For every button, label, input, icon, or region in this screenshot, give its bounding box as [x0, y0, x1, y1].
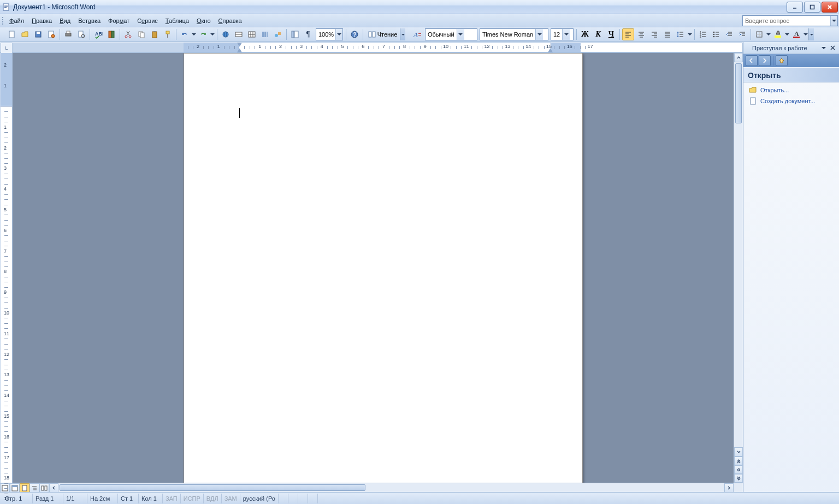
line-spacing-dropdown[interactable] [687, 28, 693, 40]
undo-dropdown[interactable] [191, 28, 197, 40]
web-view-button[interactable] [10, 483, 20, 493]
prev-page-button[interactable] [734, 456, 743, 465]
borders-dropdown[interactable] [766, 28, 771, 40]
show-formatting-button[interactable]: ¶ [302, 28, 314, 40]
menu-help[interactable]: Справка [215, 16, 246, 25]
borders-button[interactable] [753, 28, 765, 40]
close-button[interactable] [822, 2, 838, 13]
menu-table[interactable]: Таблица [162, 16, 193, 25]
align-justify-button[interactable] [661, 28, 673, 40]
redo-dropdown[interactable] [210, 28, 215, 40]
document-map-button[interactable] [289, 28, 301, 40]
spellcheck-button[interactable]: AБВ [92, 28, 104, 40]
highlight-dropdown[interactable] [784, 28, 790, 40]
outline-view-button[interactable] [29, 483, 39, 493]
redo-button[interactable] [197, 28, 209, 40]
zoom-combo[interactable]: 100% [316, 28, 343, 40]
help-search-input[interactable] [743, 17, 830, 24]
first-line-indent-marker[interactable] [237, 43, 242, 47]
status-zap[interactable]: ЗАП [163, 494, 181, 503]
menu-file[interactable]: Файл [5, 16, 28, 25]
task-pane-menu-icon[interactable] [819, 44, 828, 52]
undo-button[interactable] [179, 28, 191, 40]
help-dropdown-icon[interactable] [830, 16, 837, 26]
status-ispr[interactable]: ИСПР [181, 494, 204, 503]
h-scroll-thumb[interactable] [60, 484, 365, 491]
tab-selector[interactable]: L [1, 43, 13, 54]
dropdown-icon[interactable] [535, 29, 543, 40]
scroll-left-button[interactable] [49, 483, 58, 493]
dropdown-icon[interactable] [457, 29, 464, 40]
insert-table-button[interactable] [246, 28, 258, 40]
menu-tools[interactable]: Сервис [133, 16, 162, 25]
read-button[interactable]: Чтение [365, 28, 399, 40]
save-button[interactable] [32, 28, 44, 40]
hyperlink-button[interactable] [220, 28, 232, 40]
increase-indent-button[interactable] [736, 28, 748, 40]
font-color-button[interactable]: A [790, 28, 802, 40]
copy-button[interactable] [135, 28, 147, 40]
open-file-link[interactable]: Открыть... [743, 85, 839, 96]
style-combo[interactable]: Обычный [425, 28, 477, 40]
menu-view[interactable]: Вид [56, 16, 74, 25]
font-combo[interactable]: Times New Roman [480, 28, 548, 40]
page[interactable] [184, 53, 583, 483]
scroll-right-button[interactable] [724, 483, 734, 493]
align-left-button[interactable] [622, 28, 634, 40]
status-vdl[interactable]: ВДЛ [204, 494, 222, 503]
toolbar-overflow[interactable] [400, 28, 405, 40]
scroll-down-button[interactable] [734, 447, 743, 456]
scroll-thumb[interactable] [735, 63, 742, 123]
italic-button[interactable]: К [592, 28, 604, 40]
format-painter-button[interactable] [162, 28, 174, 40]
paste-button[interactable] [149, 28, 161, 40]
h-scroll-track[interactable] [58, 483, 724, 492]
underline-button[interactable]: Ч [605, 28, 617, 40]
menu-insert[interactable]: Вставка [74, 16, 104, 25]
toolbar-overflow[interactable] [808, 28, 814, 40]
numbering-button[interactable]: 123 [697, 28, 709, 40]
highlight-button[interactable] [772, 28, 784, 40]
bold-button[interactable]: Ж [579, 28, 591, 40]
dropdown-icon[interactable] [335, 29, 342, 40]
task-pane-close-icon[interactable] [829, 44, 837, 52]
columns-button[interactable] [259, 28, 271, 40]
styles-button[interactable]: A [411, 28, 423, 40]
new-button[interactable] [6, 28, 18, 40]
line-spacing-button[interactable] [675, 28, 687, 40]
maximize-button[interactable] [804, 2, 820, 13]
size-combo[interactable]: 12 [551, 28, 574, 40]
vertical-scrollbar[interactable] [734, 53, 743, 483]
print-preview-button[interactable] [75, 28, 87, 40]
align-right-button[interactable] [648, 28, 660, 40]
vertical-ruler[interactable]: 121234567891011121314151617181920 [1, 53, 13, 483]
menu-format[interactable]: Формат [104, 16, 133, 25]
document-area[interactable] [13, 53, 734, 483]
print-button[interactable] [62, 28, 74, 40]
scroll-up-button[interactable] [734, 53, 743, 62]
open-button[interactable] [19, 28, 31, 40]
cut-button[interactable] [122, 28, 134, 40]
right-indent-marker[interactable] [548, 48, 553, 52]
print-layout-view-button[interactable] [20, 483, 29, 493]
next-page-button[interactable] [734, 474, 743, 483]
browse-object-button[interactable] [734, 465, 743, 474]
menu-edit[interactable]: Правка [28, 16, 56, 25]
drawing-button[interactable] [272, 28, 284, 40]
tables-borders-button[interactable] [233, 28, 245, 40]
research-button[interactable] [105, 28, 117, 40]
nav-forward-button[interactable] [759, 55, 771, 66]
decrease-indent-button[interactable] [723, 28, 735, 40]
reading-view-button[interactable] [39, 483, 49, 493]
help-button[interactable]: ? [348, 28, 361, 40]
menu-window[interactable]: Окно [193, 16, 215, 25]
align-center-button[interactable] [635, 28, 647, 40]
nav-home-button[interactable] [776, 55, 788, 66]
permissions-button[interactable] [45, 28, 57, 40]
hanging-indent-marker[interactable] [237, 48, 242, 52]
minimize-button[interactable] [787, 2, 803, 13]
new-document-link[interactable]: Создать документ... [743, 96, 839, 106]
status-language[interactable]: русский (Ро [240, 494, 279, 503]
help-search[interactable] [742, 15, 838, 26]
bullets-button[interactable] [710, 28, 722, 40]
